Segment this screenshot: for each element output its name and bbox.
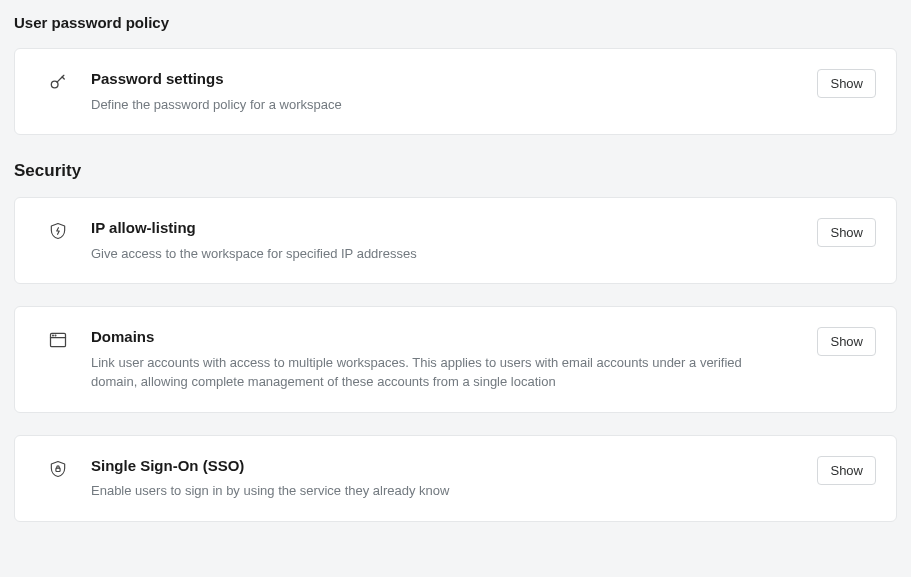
- window-icon: [47, 329, 69, 351]
- svg-point-3: [53, 335, 54, 336]
- card-body: Password settings Define the password po…: [91, 69, 795, 114]
- show-button-domains[interactable]: Show: [817, 327, 876, 356]
- show-button-ip-allow[interactable]: Show: [817, 218, 876, 247]
- show-button-sso[interactable]: Show: [817, 456, 876, 485]
- key-icon: [47, 71, 69, 93]
- card-body: Domains Link user accounts with access t…: [91, 327, 795, 392]
- card-ip-allow-listing: IP allow-listing Give access to the work…: [14, 197, 897, 284]
- card-desc-sso: Enable users to sign in by using the ser…: [91, 481, 771, 501]
- card-desc-ip-allow: Give access to the workspace for specifi…: [91, 244, 771, 264]
- card-password-settings: Password settings Define the password po…: [14, 48, 897, 135]
- svg-point-4: [55, 335, 56, 336]
- section-heading-security: Security: [14, 161, 897, 181]
- card-body: IP allow-listing Give access to the work…: [91, 218, 795, 263]
- shield-lock-icon: [47, 458, 69, 480]
- shield-bolt-icon: [47, 220, 69, 242]
- show-button-password-settings[interactable]: Show: [817, 69, 876, 98]
- section-heading-password-policy: User password policy: [14, 14, 897, 32]
- card-title-sso: Single Sign-On (SSO): [91, 456, 795, 476]
- card-desc-domains: Link user accounts with access to multip…: [91, 353, 771, 392]
- card-title-domains: Domains: [91, 327, 795, 347]
- card-title-ip-allow: IP allow-listing: [91, 218, 795, 238]
- card-title-password-settings: Password settings: [91, 69, 795, 89]
- card-sso: Single Sign-On (SSO) Enable users to sig…: [14, 435, 897, 522]
- card-desc-password-settings: Define the password policy for a workspa…: [91, 95, 771, 115]
- card-body: Single Sign-On (SSO) Enable users to sig…: [91, 456, 795, 501]
- card-domains: Domains Link user accounts with access t…: [14, 306, 897, 413]
